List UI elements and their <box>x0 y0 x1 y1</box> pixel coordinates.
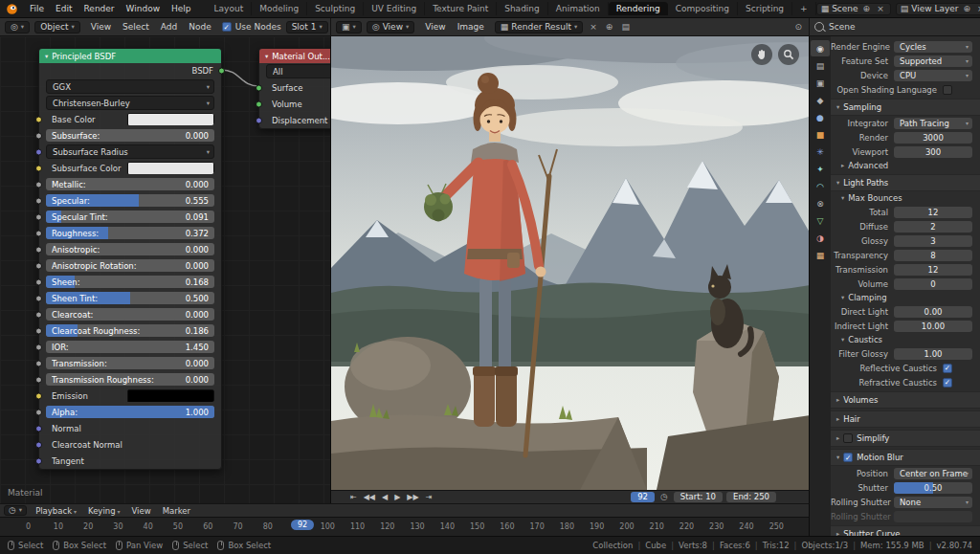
shader-property-row[interactable]: Subsurface: 0.000 <box>39 127 221 144</box>
workspace-tab[interactable]: UV Editing <box>364 2 425 15</box>
input-socket[interactable] <box>35 295 42 301</box>
current-frame-field[interactable]: 92 <box>631 492 655 502</box>
next-keyframe-button[interactable]: ▶▶ <box>407 494 418 501</box>
bounces-field[interactable]: 2 <box>894 221 972 233</box>
position-dropdown[interactable]: Center on Frame <box>894 468 972 479</box>
render-result-viewport[interactable] <box>331 36 810 490</box>
blender-logo-icon[interactable] <box>0 3 24 15</box>
bounces-field[interactable]: 3 <box>894 235 972 247</box>
light-paths-panel-header[interactable]: ▾Light Paths <box>831 174 980 191</box>
shader-property-row[interactable]: Volume <box>259 96 331 112</box>
new-view-layer-button[interactable]: ⊕ <box>962 5 973 13</box>
input-socket[interactable] <box>35 457 42 464</box>
color-swatch[interactable] <box>127 389 214 402</box>
motion-blur-checkbox[interactable]: ✓ <box>843 453 853 462</box>
topbar-menu[interactable]: Edit <box>50 4 78 13</box>
shader-property-row[interactable]: IOR: 1.450 <box>39 339 221 355</box>
input-socket[interactable] <box>256 84 262 91</box>
unlink-scene-button[interactable]: × <box>875 5 886 13</box>
shader-property-row[interactable]: Alpha: 1.000 <box>39 404 221 420</box>
device-dropdown[interactable]: CPU <box>894 70 972 81</box>
shader-property-row[interactable]: Metallic: 0.000 <box>39 176 221 192</box>
particles-tab-icon[interactable]: ✦ <box>811 161 830 177</box>
render-samples-field[interactable]: 3000 <box>894 132 972 144</box>
rolling-shutter-dropdown[interactable]: None <box>894 497 972 508</box>
previous-keyframe-button[interactable]: ◀◀ <box>364 494 375 501</box>
pan-view-button[interactable] <box>751 44 772 65</box>
node-header[interactable]: ▾ Material Out... <box>259 49 331 63</box>
collapse-icon[interactable]: ▾ <box>45 53 48 60</box>
workspace-tab[interactable]: Scripting <box>738 2 792 15</box>
shader-property-row[interactable]: Sheen: 0.168 <box>39 274 221 290</box>
shader-property-row[interactable]: Christensen-Burley <box>39 95 221 111</box>
editor-type-dropdown[interactable]: ◎ ▾ <box>5 21 30 33</box>
use-nodes-checkbox[interactable]: ✓ Use Nodes <box>222 22 281 32</box>
shader-type-dropdown[interactable]: Object ▾ <box>34 21 80 33</box>
simplify-checkbox[interactable] <box>843 433 853 443</box>
input-socket[interactable] <box>35 197 42 204</box>
timeline-menu[interactable]: Keying <box>82 506 125 516</box>
clamp-field[interactable]: 0.00 <box>894 306 972 318</box>
topbar-menu[interactable]: File <box>24 4 50 13</box>
end-frame-field[interactable]: End: 250 <box>726 492 776 502</box>
input-socket[interactable] <box>35 116 42 122</box>
image-editor-menu[interactable]: Image <box>452 22 490 32</box>
feature-set-dropdown[interactable]: Supported <box>894 55 972 67</box>
shader-property-row[interactable]: Clearcoat: 0.000 <box>39 306 221 322</box>
image-editor-menu[interactable]: View <box>419 22 451 32</box>
input-socket[interactable] <box>35 360 42 366</box>
shader-property-row[interactable]: Clearcoat Roughness: 0.186 <box>39 322 221 339</box>
refractive-caustics-checkbox[interactable]: ✓ <box>943 378 952 388</box>
shader-property-row[interactable]: Sheen Tint: 0.500 <box>39 290 221 306</box>
jump-to-end-button[interactable]: ⇥ <box>426 494 433 501</box>
advanced-panel-header[interactable]: ▸Advanced <box>831 159 980 172</box>
texture-tab-icon[interactable]: ▦ <box>811 247 830 263</box>
shader-property-row[interactable]: Base Color <box>39 111 221 127</box>
volumes-panel-header[interactable]: ▸Volumes <box>831 391 980 409</box>
input-socket[interactable] <box>256 100 262 107</box>
output-tab-icon[interactable]: ▤ <box>811 57 830 74</box>
scene-selector[interactable]: ▦ Scene ⊕ × <box>816 3 891 15</box>
timeline-menu[interactable]: View <box>125 506 156 516</box>
shutter-slider[interactable]: 0.50 <box>894 482 972 494</box>
image-selector[interactable]: ▦ Render Result ▾ <box>495 21 584 33</box>
integrator-dropdown[interactable]: Path Tracing <box>894 118 972 129</box>
topbar-menu[interactable]: Help <box>166 4 197 13</box>
workspace-tab[interactable]: Animation <box>548 2 609 15</box>
osl-checkbox[interactable] <box>943 85 952 95</box>
node-editor-menu[interactable]: Add <box>155 22 183 32</box>
render-engine-dropdown[interactable]: Cycles <box>894 41 972 53</box>
node-editor-menu[interactable]: View <box>85 22 117 32</box>
input-socket[interactable] <box>35 392 42 399</box>
input-socket[interactable] <box>35 148 42 155</box>
editor-type-dropdown[interactable]: ▣ ▾ <box>336 21 362 33</box>
workspace-tab[interactable]: Sculpting <box>307 2 364 15</box>
shader-property-row[interactable]: Subsurface Color <box>39 160 221 176</box>
properties-breadcrumb[interactable]: Scene <box>829 22 855 32</box>
workspace-tab[interactable]: Rendering <box>609 2 668 15</box>
hair-panel-header[interactable]: ▸Hair <box>831 410 980 428</box>
clamping-panel-header[interactable]: ▾Clamping <box>831 291 980 304</box>
slot-dropdown[interactable]: Slot 1 ▾ <box>286 21 328 33</box>
input-socket[interactable] <box>35 246 42 253</box>
shader-property-row[interactable]: Normal <box>39 420 221 436</box>
workspace-tab[interactable]: Texture Paint <box>425 2 497 15</box>
input-socket[interactable] <box>35 262 42 269</box>
caustics-panel-header[interactable]: ▾Caustics <box>831 333 980 346</box>
workspace-tab[interactable]: Layout <box>207 2 253 15</box>
clock-icon[interactable]: ◷ <box>658 493 670 501</box>
remove-view-layer-button[interactable]: × <box>975 5 980 13</box>
shader-property-row[interactable]: Displacement <box>259 112 331 128</box>
input-socket[interactable] <box>35 343 42 350</box>
input-socket[interactable] <box>35 213 42 220</box>
view-layer-tab-icon[interactable]: ▣ <box>811 75 830 91</box>
reflective-caustics-checkbox[interactable]: ✓ <box>943 364 952 373</box>
input-socket[interactable] <box>35 165 42 171</box>
material-tab-icon[interactable]: ◑ <box>811 230 830 246</box>
new-scene-button[interactable]: ⊕ <box>861 5 873 13</box>
input-socket[interactable] <box>35 181 42 188</box>
shader-property-row[interactable]: GGX <box>39 78 221 95</box>
shader-property-row[interactable]: Specular Tint: 0.091 <box>39 209 221 225</box>
input-socket[interactable] <box>35 441 42 448</box>
unlink-image-button[interactable]: × <box>588 23 599 32</box>
